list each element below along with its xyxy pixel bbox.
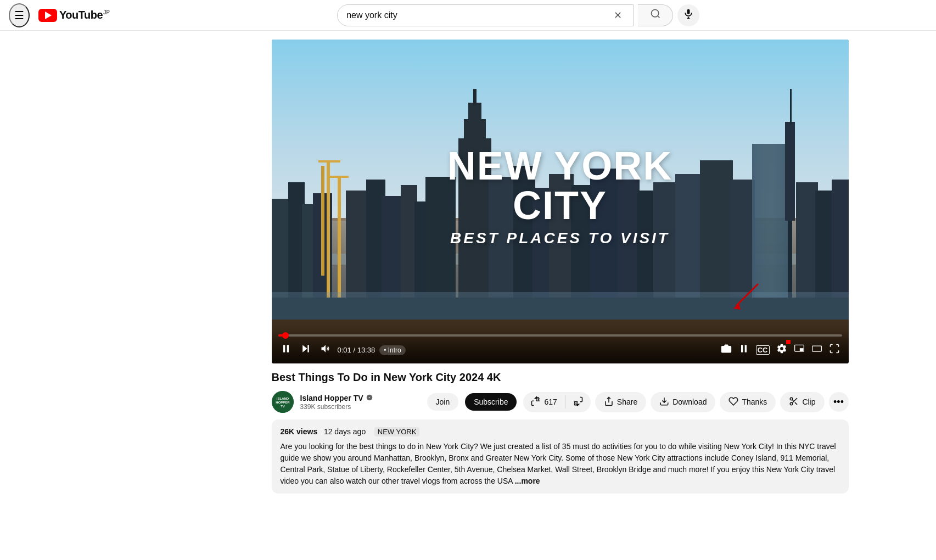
like-button[interactable]: 617: [523, 392, 564, 412]
progress-bar[interactable]: [278, 334, 842, 337]
mic-button[interactable]: [677, 4, 699, 26]
channel-avatar-svg: ISLAND HOPPER TV: [272, 391, 294, 413]
youtube-icon-red: [38, 9, 57, 22]
channel-name-row: Island Hopper TV: [300, 394, 421, 403]
channel-name[interactable]: Island Hopper TV: [300, 394, 363, 402]
screenshot-button[interactable]: [719, 341, 734, 359]
thanks-button[interactable]: Thanks: [720, 392, 776, 412]
dislike-button[interactable]: [565, 392, 591, 412]
chapter-marker: • Intro: [379, 345, 406, 355]
settings-badge: [786, 340, 791, 344]
svg-rect-49: [287, 345, 288, 352]
svg-marker-52: [321, 345, 326, 352]
time-display: 0:01 / 13:38: [338, 346, 375, 354]
volume-button[interactable]: [318, 341, 333, 359]
header: ☰ YouTubeJP ✕: [0, 0, 936, 31]
video-title: Best Things To Do in New York City 2024 …: [272, 370, 849, 384]
svg-line-1: [658, 16, 660, 18]
desc-meta: 26K views 12 days ago NEW YORK: [281, 426, 840, 438]
search-clear-icon[interactable]: ✕: [612, 7, 624, 24]
thanks-label: Thanks: [742, 397, 767, 406]
like-icon: [531, 396, 541, 408]
svg-point-0: [651, 10, 658, 17]
svg-rect-40: [790, 89, 792, 125]
download-label: Download: [672, 397, 707, 406]
miniplayer-button[interactable]: [792, 341, 807, 359]
like-dislike-group: 617: [523, 392, 590, 412]
next-icon: [300, 343, 311, 357]
desc-body: Are you looking for the best things to d…: [281, 442, 836, 485]
svg-rect-58: [812, 346, 821, 351]
hamburger-menu-button[interactable]: ☰: [9, 3, 30, 27]
cc-button[interactable]: CC: [754, 343, 772, 357]
svg-point-64: [791, 402, 793, 405]
channel-avatar[interactable]: ISLAND HOPPER TV: [272, 391, 294, 413]
video-overlay: NEW YORK CITY BEST PLACES TO VISIT: [416, 146, 704, 247]
svg-text:HOPPER: HOPPER: [276, 401, 290, 404]
search-bar-container: ✕: [337, 4, 634, 26]
video-player[interactable]: NEW YORK CITY BEST PLACES TO VISIT: [272, 40, 849, 363]
miniplayer-pause-button[interactable]: [736, 341, 752, 359]
mic-icon: [683, 8, 694, 22]
content-area: NEW YORK CITY BEST PLACES TO VISIT: [0, 31, 936, 500]
fullscreen-icon: [829, 343, 840, 357]
time-total: 13:38: [357, 346, 375, 354]
svg-rect-54: [741, 345, 743, 352]
svg-rect-13: [329, 176, 349, 178]
channel-info: Island Hopper TV 339K subscribers: [300, 394, 421, 411]
youtube-country: JP: [103, 9, 109, 15]
desc-text: Are you looking for the best things to d…: [281, 441, 840, 487]
more-options-button[interactable]: •••: [829, 392, 849, 412]
svg-rect-11: [321, 166, 324, 276]
settings-button[interactable]: [774, 341, 789, 359]
verified-icon: [366, 394, 373, 403]
dislike-icon: [573, 396, 583, 408]
youtube-logo[interactable]: YouTubeJP: [38, 9, 109, 22]
search-input[interactable]: [346, 10, 612, 20]
share-button[interactable]: Share: [595, 392, 646, 412]
svg-rect-48: [283, 345, 285, 352]
svg-marker-50: [302, 345, 307, 352]
svg-text:ISLAND: ISLAND: [276, 397, 289, 400]
clip-button[interactable]: Clip: [780, 392, 824, 412]
main-content: NEW YORK CITY BEST PLACES TO VISIT: [0, 31, 936, 500]
action-buttons: 617: [523, 392, 848, 412]
volume-icon: [320, 343, 331, 357]
svg-rect-39: [785, 122, 795, 221]
svg-rect-55: [744, 345, 746, 352]
svg-rect-23: [473, 89, 477, 105]
controls-row: 0:01 / 13:38 • Intro: [278, 341, 842, 359]
desc-more-link[interactable]: ...more: [515, 477, 540, 485]
progress-dot: [282, 332, 289, 339]
time-current: 0:01: [338, 346, 351, 354]
pause-overlay-icon: [738, 343, 749, 357]
download-button[interactable]: Download: [651, 392, 715, 412]
search-button[interactable]: [638, 4, 673, 26]
youtube-wordmark: YouTubeJP: [59, 9, 109, 21]
theater-mode-button[interactable]: [809, 341, 825, 359]
subscribe-button[interactable]: Subscribe: [465, 393, 517, 411]
svg-point-63: [791, 397, 793, 400]
description-box: 26K views 12 days ago NEW YORK Are you l…: [272, 419, 849, 494]
join-button[interactable]: Join: [427, 393, 459, 411]
header-center: ✕: [109, 4, 927, 26]
miniplayer-icon: [794, 343, 805, 357]
pause-icon: [281, 343, 292, 357]
red-arrow-indicator: [731, 281, 764, 314]
desc-location: NEW YORK: [374, 427, 420, 436]
play-pause-button[interactable]: [278, 341, 294, 359]
channel-row: ISLAND HOPPER TV Island Hopper TV 339: [272, 391, 849, 413]
svg-rect-57: [799, 348, 803, 351]
video-info: Best Things To Do in New York City 2024 …: [272, 363, 849, 500]
desc-date: 12 days ago: [324, 427, 366, 436]
controls-right: CC: [719, 341, 842, 359]
overlay-subtitle: BEST PLACES TO VISIT: [416, 229, 704, 247]
video-container: NEW YORK CITY BEST PLACES TO VISIT: [272, 31, 849, 500]
clip-icon: [789, 396, 799, 408]
next-button[interactable]: [298, 341, 313, 359]
fullscreen-button[interactable]: [827, 341, 842, 359]
video-background: NEW YORK CITY BEST PLACES TO VISIT: [272, 40, 849, 363]
svg-rect-10: [318, 160, 340, 163]
svg-rect-22: [468, 103, 481, 125]
like-count: 617: [544, 397, 557, 406]
